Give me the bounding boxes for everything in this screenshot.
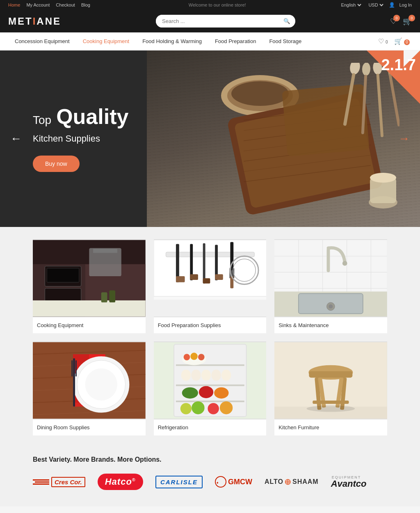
category-refrigeration[interactable]: Refrigeration	[154, 341, 267, 435]
search-bar: 🔍	[156, 15, 295, 27]
search-button[interactable]: 🔍	[278, 15, 295, 27]
cart-button[interactable]: 🛒 0	[403, 17, 412, 26]
refrigeration-svg	[154, 341, 267, 419]
svg-rect-35	[101, 292, 107, 302]
user-icon: 👤	[389, 2, 395, 8]
brand-altoshaam[interactable]: ALTO⊕SHAAM	[265, 477, 319, 486]
nav-preparation[interactable]: Food Preparation	[208, 32, 262, 50]
hero-prev-button[interactable]: ←	[6, 128, 26, 149]
main-nav: Concession Equipment Cooking Equipment F…	[0, 32, 420, 50]
nav-links: Concession Equipment Cooking Equipment F…	[8, 32, 308, 50]
logo[interactable]: METIANE	[8, 16, 61, 27]
category-furniture[interactable]: Kitchen Furniture	[274, 341, 387, 435]
svg-point-106	[214, 387, 228, 398]
nav-holding[interactable]: Food Holding & Warming	[136, 32, 208, 50]
header-icons: ♡ 0 🛒 0	[390, 17, 412, 26]
category-food-prep[interactable]: Food Preparation Supplies	[154, 239, 267, 333]
nav-wishlist-count: 0	[386, 40, 388, 44]
svg-rect-41	[176, 276, 185, 282]
cart-badge: 0	[409, 15, 415, 21]
brand-carlisle[interactable]: CARLISLE	[155, 476, 203, 488]
nav-wishlist-button[interactable]: ♡ 0	[376, 35, 390, 47]
svg-rect-89	[73, 374, 75, 376]
svg-rect-43	[190, 274, 198, 280]
svg-rect-86	[73, 358, 75, 407]
category-food-prep-image	[154, 239, 267, 317]
nav-home[interactable]: Home	[8, 2, 20, 7]
language-selector[interactable]: English	[339, 2, 363, 8]
brand-avantco[interactable]: EQUIPMENT Avantco	[331, 475, 367, 488]
wishlist-button[interactable]: ♡ 0	[390, 17, 397, 26]
welcome-text: Welcome to our online store!	[189, 2, 246, 7]
crescor-label: Cres Cor.	[51, 477, 85, 487]
svg-point-68	[329, 305, 333, 309]
hero-buy-button[interactable]: Buy now	[33, 156, 80, 172]
nav-cooking[interactable]: Cooking Equipment	[76, 32, 136, 50]
nav-heart-icon: ♡	[378, 38, 384, 45]
svg-rect-94	[176, 401, 244, 402]
category-sinks[interactable]: Sinks & Maintenance	[274, 239, 387, 333]
svg-point-110	[220, 401, 233, 414]
furniture-svg	[274, 341, 387, 419]
svg-rect-33	[93, 249, 117, 253]
category-cooking-image	[33, 239, 146, 317]
svg-point-101	[201, 370, 211, 381]
svg-rect-30	[47, 268, 79, 282]
brands-logos: Cres Cor. Hatco® CARLISLE ♦ GMCW	[33, 474, 387, 490]
avantco-label: EQUIPMENT Avantco	[331, 475, 367, 488]
categories-grid-top: Cooking Equipment	[33, 239, 387, 435]
svg-point-102	[211, 370, 221, 381]
brand-gmcw[interactable]: ♦ GMCW	[215, 476, 252, 488]
brand-hatco[interactable]: Hatco®	[98, 474, 143, 490]
nav-right-icons: ♡ 0 🛒 0	[376, 35, 412, 47]
svg-rect-63	[327, 248, 330, 272]
svg-rect-87	[71, 360, 73, 376]
svg-point-96	[183, 354, 190, 360]
search-input[interactable]	[156, 15, 278, 27]
hatco-label: Hatco®	[98, 474, 143, 490]
svg-point-25	[370, 173, 396, 183]
version-text: 2.1.7	[381, 56, 416, 74]
category-dining[interactable]: Dining Room Supplies	[33, 341, 146, 435]
hero-title: Quality	[56, 106, 128, 127]
svg-text:♦: ♦	[217, 481, 219, 485]
wishlist-badge: 0	[393, 15, 400, 21]
brand-crescor[interactable]: Cres Cor.	[33, 477, 85, 487]
svg-point-108	[192, 401, 204, 414]
svg-point-98	[198, 354, 205, 360]
dining-svg	[33, 341, 146, 419]
gmcw-icon: ♦	[215, 476, 226, 488]
arrow-left-icon: ←	[10, 132, 22, 145]
logo-accent: I	[33, 16, 37, 27]
hero-next-button[interactable]: →	[394, 128, 414, 149]
svg-rect-47	[215, 274, 223, 280]
top-bar: Home My Account Checkout Blog Welcome to…	[0, 0, 420, 10]
svg-rect-45	[203, 278, 210, 284]
login-link[interactable]: Log In	[399, 2, 412, 7]
brands-title: Best Variety. More Brands. More Options.	[33, 456, 387, 463]
category-cooking[interactable]: Cooking Equipment	[33, 239, 146, 333]
svg-point-100	[191, 370, 201, 381]
nav-myaccount[interactable]: My Account	[26, 2, 50, 7]
nav-checkout[interactable]: Checkout	[56, 2, 75, 7]
currency-selector[interactable]: USD	[367, 2, 385, 8]
svg-rect-114	[309, 371, 353, 378]
svg-point-13	[349, 63, 361, 75]
svg-rect-38	[154, 240, 267, 296]
category-refrigeration-image	[154, 341, 267, 419]
category-furniture-image	[274, 341, 387, 419]
svg-rect-34	[33, 300, 146, 316]
svg-point-99	[181, 370, 191, 381]
nav-blog[interactable]: Blog	[81, 2, 90, 7]
svg-rect-88	[75, 360, 77, 376]
hero-subtitle: Top	[33, 114, 51, 127]
svg-point-97	[190, 353, 198, 360]
nav-concession[interactable]: Concession Equipment	[8, 32, 76, 50]
svg-rect-92	[176, 364, 244, 366]
top-bar-links: Home My Account Checkout Blog	[8, 2, 95, 7]
svg-point-104	[182, 387, 198, 398]
nav-cart-button[interactable]: 🛒 0	[392, 35, 412, 47]
header: METIANE 🔍 ♡ 0 🛒 0	[0, 10, 420, 32]
nav-cart-icon: 🛒	[394, 38, 402, 45]
nav-storage[interactable]: Food Storage	[262, 32, 308, 50]
